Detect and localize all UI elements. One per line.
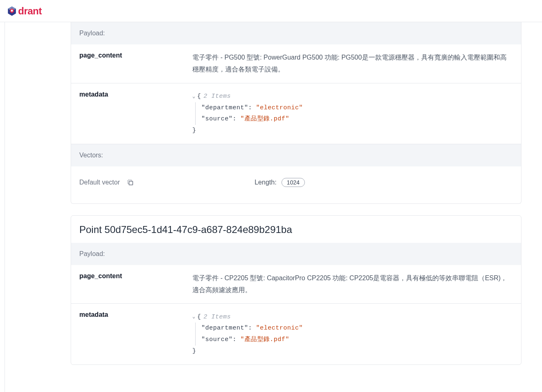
payload-label: Payload: bbox=[79, 250, 105, 257]
payload-value: 電子零件 - PG500 型號: PowerGuard PG500 功能: PG… bbox=[192, 52, 513, 76]
json-collapse-toggle[interactable]: ⌄ { 2 Items bbox=[192, 91, 231, 102]
payload-row-metadata: metadata ⌄ { 2 Items "department": "elec… bbox=[71, 83, 521, 144]
payload-row-page-content: page_content 電子零件 - CP2205 型號: Capacitor… bbox=[71, 265, 521, 304]
payload-key: page_content bbox=[79, 52, 184, 76]
vectors-row: Default vector Length: 1024 bbox=[71, 166, 521, 203]
json-close-brace: } bbox=[192, 346, 513, 357]
point-card: Point 50d75ec5-1d41-47c9-a687-824e89b291… bbox=[71, 215, 521, 365]
svg-rect-4 bbox=[129, 181, 133, 185]
json-entry: "department": "electronic" bbox=[201, 323, 513, 334]
json-viewer: ⌄ { 2 Items "department": "electronic" "… bbox=[192, 311, 513, 357]
main-content: Payload: page_content 電子零件 - PG500 型號: P… bbox=[5, 22, 542, 392]
payload-key: page_content bbox=[79, 272, 184, 296]
payload-key: metadata bbox=[79, 311, 184, 357]
json-entry: "department": "electronic" bbox=[201, 102, 513, 114]
json-open-brace: { bbox=[197, 311, 201, 323]
json-entry: "source": "產品型錄.pdf" bbox=[201, 113, 513, 125]
copy-icon[interactable] bbox=[127, 179, 134, 186]
chevron-down-icon: ⌄ bbox=[192, 312, 196, 321]
sidebar-edge bbox=[0, 22, 5, 392]
brand-logo[interactable]: drant bbox=[7, 5, 42, 17]
vectors-label: Vectors: bbox=[79, 152, 103, 159]
default-vector-label: Default vector bbox=[79, 179, 120, 186]
json-viewer: ⌄ { 2 Items "department": "electronic" "… bbox=[192, 91, 513, 136]
payload-label: Payload: bbox=[79, 30, 105, 37]
payload-key: metadata bbox=[79, 91, 184, 136]
json-item-count: 2 Items bbox=[203, 91, 231, 102]
vectors-section-header: Vectors: bbox=[71, 144, 521, 166]
json-body: "department": "electronic" "source": "產品… bbox=[195, 323, 513, 346]
json-entry: "source": "產品型錄.pdf" bbox=[201, 334, 513, 346]
json-item-count: 2 Items bbox=[203, 311, 231, 323]
length-badge: 1024 bbox=[281, 178, 305, 187]
chevron-down-icon: ⌄ bbox=[192, 92, 196, 101]
json-collapse-toggle[interactable]: ⌄ { 2 Items bbox=[192, 311, 231, 323]
payload-value: 電子零件 - CP2205 型號: CapacitorPro CP2205 功能… bbox=[192, 272, 513, 296]
payload-row-metadata: metadata ⌄ { 2 Items "department": "elec… bbox=[71, 304, 521, 364]
payload-row-page-content: page_content 電子零件 - PG500 型號: PowerGuard… bbox=[71, 44, 521, 83]
brand-name: drant bbox=[18, 5, 42, 17]
point-title: Point 50d75ec5-1d41-47c9-a687-824e89b291… bbox=[71, 216, 521, 243]
length-label: Length: bbox=[254, 179, 276, 186]
qdrant-logo-icon bbox=[7, 6, 17, 16]
payload-section-header: Payload: bbox=[71, 22, 521, 44]
json-close-brace: } bbox=[192, 125, 513, 136]
app-header: drant bbox=[0, 0, 542, 22]
json-open-brace: { bbox=[197, 91, 201, 102]
json-body: "department": "electronic" "source": "產品… bbox=[195, 102, 513, 125]
payload-section-header: Payload: bbox=[71, 243, 521, 265]
point-card: Payload: page_content 電子零件 - PG500 型號: P… bbox=[71, 22, 521, 204]
vector-length: Length: 1024 bbox=[254, 178, 305, 187]
